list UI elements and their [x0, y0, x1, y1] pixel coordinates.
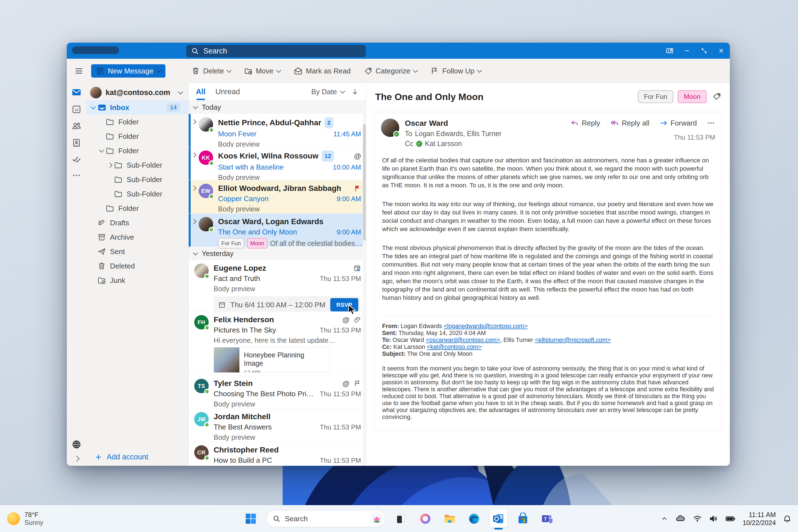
message-item[interactable]: KK Koos Kriel, Wilna Rossouw12 @ Start w… [189, 147, 366, 180]
message-item[interactable]: FH Felix Henderson @ Pictures In The Sky… [189, 312, 366, 376]
folder-item-deleted[interactable]: Deleted [86, 259, 188, 273]
received-time: Thu 11:53 PM [316, 326, 361, 335]
folder-item[interactable]: Folder [86, 115, 188, 129]
reply-all-button[interactable]: Reply all [610, 119, 649, 128]
folder-item-drafts[interactable]: Drafts [86, 215, 188, 230]
delete-button[interactable]: Delete [191, 67, 231, 75]
folder-item-archive[interactable]: Archive [86, 230, 188, 244]
message-item[interactable]: JM Jordan Mitchell The Best AnswersThu 1… [189, 409, 366, 442]
weather-widget[interactable]: 78°F Sunny [7, 506, 43, 532]
category-pill[interactable]: Moon [678, 90, 706, 103]
attachment-thumbnail [214, 347, 240, 373]
add-account-button[interactable]: Add account [94, 453, 148, 461]
task-view-button[interactable] [392, 510, 410, 528]
new-message-button[interactable]: New Message [91, 64, 166, 78]
attachment-card[interactable]: Honeybee Planning Image 12 MB [214, 347, 330, 373]
minimize-button[interactable] [678, 43, 696, 59]
search-input[interactable]: Search [186, 45, 366, 57]
onedrive-icon[interactable] [675, 513, 686, 524]
clock[interactable]: 11:11 AM 10/22/2024 [743, 511, 776, 527]
forward-icon [660, 119, 668, 127]
rail-calendar-icon[interactable]: 18 [72, 104, 81, 114]
category-tag[interactable]: Moon [247, 238, 267, 249]
move-button[interactable]: Move [244, 67, 280, 75]
to-email-link[interactable]: <oscarward@contoso.com> [426, 337, 500, 343]
microsoft-store-icon[interactable] [514, 510, 532, 528]
account-row[interactable]: kat@contoso.com [86, 85, 188, 100]
rail-expand-icon[interactable] [75, 457, 79, 462]
folder-item-junk[interactable]: Junk [86, 273, 188, 288]
teams-icon[interactable]: T [538, 510, 556, 528]
volume-icon[interactable] [709, 514, 718, 524]
move-dropdown-icon [276, 68, 281, 73]
tray-chevron-up-icon[interactable] [661, 515, 668, 522]
rail-tasks-icon[interactable] [72, 154, 81, 164]
folder-item-subfolder[interactable]: Sub-Folder [86, 187, 188, 201]
forward-button[interactable]: Forward [660, 119, 697, 128]
subject: Copper Canyon [218, 194, 268, 203]
start-button[interactable] [242, 510, 260, 528]
message-item[interactable]: Eugene Lopez Fact and TruthThu 11:53 PM … [189, 260, 366, 312]
more-actions-button[interactable] [707, 119, 715, 127]
rail-people-icon[interactable] [71, 121, 82, 131]
to-recipients[interactable]: Logan Edwards, Ellis Turner [415, 129, 501, 138]
category-pill[interactable]: For Fun [638, 90, 673, 103]
from-email-link[interactable]: <loganedwards@contoso.com> [443, 323, 528, 329]
taskbar-search[interactable]: Search [266, 510, 385, 527]
scrollbar-thumb[interactable] [363, 124, 366, 241]
folder-label: Folder [118, 147, 139, 155]
category-tag[interactable]: For Fun [218, 238, 244, 249]
sort-direction-icon[interactable] [351, 88, 359, 96]
wifi-icon[interactable] [693, 514, 702, 524]
rail-network-icon[interactable] [72, 439, 81, 450]
categorize-button[interactable]: Categorize [364, 67, 418, 75]
outlook-icon-active[interactable] [490, 510, 507, 528]
folder-label: Sub-Folder [127, 190, 163, 198]
subject: Moon Fever [218, 129, 256, 138]
flag-outline-icon[interactable] [354, 380, 361, 387]
sort-by-button[interactable]: By Date [311, 88, 359, 96]
tab-all[interactable]: All [196, 88, 206, 96]
message-item-selected[interactable]: Oscar Ward, Logan Edwards The One and On… [189, 214, 366, 247]
copilot-icon[interactable] [416, 510, 434, 528]
rail-contacts-icon[interactable] [72, 138, 81, 147]
edge-icon[interactable] [465, 510, 483, 528]
folder-item-sent[interactable]: Sent [86, 244, 188, 259]
tab-unread[interactable]: Unread [215, 88, 240, 96]
list-scrollbar[interactable] [363, 101, 366, 466]
rail-more-icon[interactable] [72, 171, 81, 180]
folder-item[interactable]: Folder [86, 201, 188, 215]
teams-titlebar-icon[interactable]: T [661, 43, 678, 59]
subject: Choosing The Best Photo Printer [214, 389, 316, 398]
folder-item-subfolder[interactable]: Sub-Folder [86, 158, 188, 172]
cc-recipients[interactable]: Kat Larsson [425, 139, 462, 148]
close-button[interactable] [712, 43, 730, 59]
folder-item-inbox[interactable]: Inbox 14 [86, 100, 188, 115]
folder-item-subfolder[interactable]: Sub-Folder [86, 172, 188, 187]
file-explorer-icon[interactable] [441, 510, 459, 528]
folder-item[interactable]: Folder [86, 129, 188, 144]
tag-icon[interactable] [712, 92, 722, 101]
message-item-flagged[interactable]: EW Elliot Woodward, Jibran Sabbagh Coppe… [189, 180, 366, 214]
notification-bell-icon[interactable] [782, 514, 792, 524]
mark-as-read-button[interactable]: Mark as Read [294, 66, 351, 75]
avatar-initials: EW [201, 188, 210, 194]
message-item[interactable]: CR Christopher Reed How to Build a PCThu… [189, 442, 366, 466]
group-header-today[interactable]: Today [189, 100, 366, 114]
folder-item-expanded[interactable]: Folder [86, 144, 188, 158]
maximize-button[interactable] [696, 43, 712, 59]
message-item[interactable]: TS Tyler Stein @ Choosing The Best Photo… [189, 376, 366, 409]
hamburger-menu-icon[interactable] [73, 65, 85, 77]
message-item[interactable]: Nettie Prince, Abdul-Qahhar2 Moon Fever1… [189, 114, 366, 147]
reply-button[interactable]: Reply [571, 119, 600, 128]
quoted-to-name: Oscar Ward [393, 337, 426, 343]
to-email-link[interactable]: <ellisturner@microsoft.com> [535, 337, 611, 343]
avatar: CR [194, 445, 209, 460]
flagged-icon[interactable] [354, 185, 361, 192]
sender-name[interactable]: Oscar Ward [405, 119, 501, 128]
follow-up-button[interactable]: Follow Up [431, 67, 481, 75]
rail-mail-icon[interactable] [71, 87, 82, 97]
battery-icon[interactable] [725, 513, 736, 524]
cc-email-link[interactable]: <kat@contoso.com> [427, 344, 481, 350]
group-header-yesterday[interactable]: Yesterday [189, 247, 366, 260]
